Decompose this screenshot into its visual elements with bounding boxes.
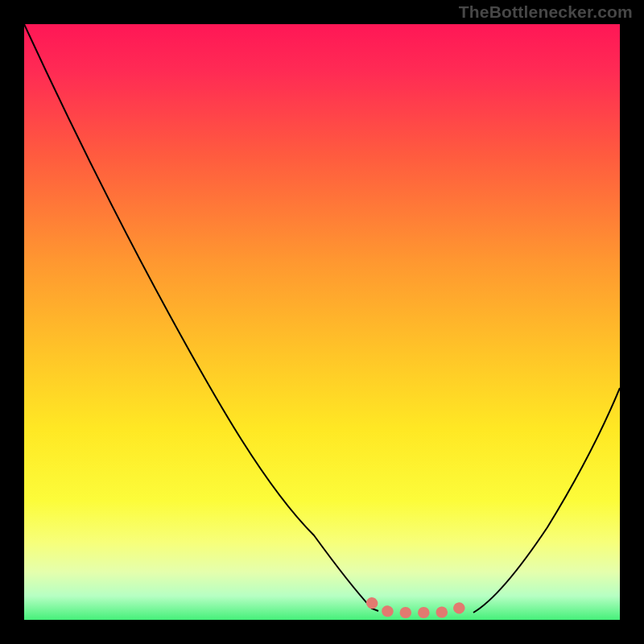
highlight-dots <box>372 600 472 613</box>
watermark-text: TheBottlenecker.com <box>459 2 633 22</box>
left-curve <box>24 24 378 611</box>
chart-stage: TheBottlenecker.com <box>0 0 644 644</box>
right-curve <box>473 388 620 613</box>
plot-area <box>24 24 620 620</box>
curve-overlay <box>24 24 620 620</box>
